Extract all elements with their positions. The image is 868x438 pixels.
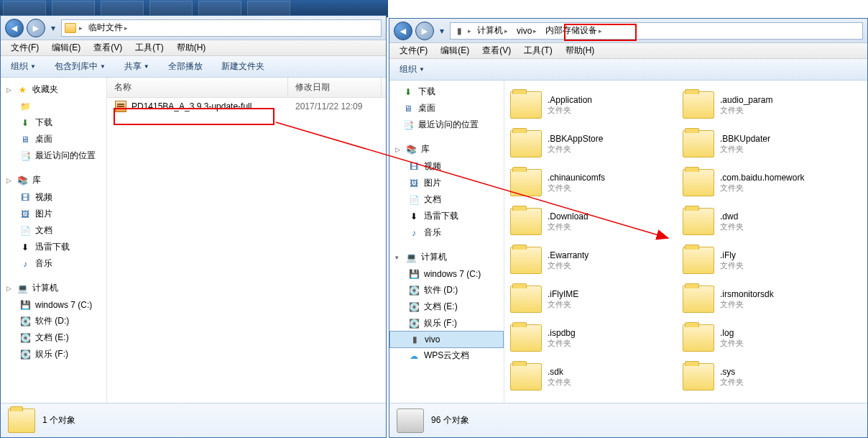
menu-view[interactable]: 查看(V) <box>88 40 128 55</box>
sidebar-item-xunlei[interactable]: ⬇迅雷下载 <box>389 208 504 224</box>
archive-icon <box>114 100 127 113</box>
sidebar-item-xunlei[interactable]: ⬇迅雷下载 <box>1 239 106 255</box>
sidebar-libraries[interactable]: ▷📚库 <box>1 171 106 189</box>
sidebar-item-pictures[interactable]: 🖼图片 <box>389 175 504 191</box>
sidebar-libraries[interactable]: ▷📚库 <box>389 140 504 158</box>
sidebar-item-videos[interactable]: 🎞视频 <box>1 189 106 206</box>
sidebar-computer[interactable]: ▷💻计算机 <box>1 279 106 297</box>
back-button[interactable]: ◄ <box>5 19 24 37</box>
forward-button[interactable]: ► <box>415 22 434 40</box>
sidebar-item-drive-f[interactable]: 💽娱乐 (F:) <box>1 346 106 362</box>
sidebar-item-drive-d[interactable]: 💽软件 (D:) <box>389 282 504 298</box>
sidebar-item-videos[interactable]: 🎞视频 <box>389 158 504 175</box>
folder-item[interactable]: .irsmonitorsdk文件夹 <box>680 280 845 318</box>
folder-type: 文件夹 <box>548 260 588 271</box>
folder-icon <box>683 130 714 158</box>
sidebar-computer[interactable]: ▾💻计算机 <box>389 248 504 266</box>
folder-item[interactable]: .BBKAppStore文件夹 <box>507 125 673 163</box>
status-text: 96 个对象 <box>431 414 469 426</box>
file-list: 名称 修改日期 PD1415BA_A_3.9.3-update-full 201… <box>107 78 386 403</box>
navbar: ◄ ► ▾ ▮ ▸ 计算机 ▸ vivo ▸ 内部存储设备 ▸ <box>389 19 867 43</box>
folder-type: 文件夹 <box>548 144 603 155</box>
folder-item[interactable]: .log文件夹 <box>680 319 845 357</box>
menu-help[interactable]: 帮助(H) <box>171 40 212 55</box>
folder-item[interactable]: .chinaunicomfs文件夹 <box>507 164 673 201</box>
folder-item[interactable]: .Download文件夹 <box>507 203 673 240</box>
sidebar-item-drive-e[interactable]: 💽文档 (E:) <box>389 298 504 315</box>
toolbar-newfolder[interactable]: 新建文件夹 <box>217 58 269 75</box>
sidebar-item-drive-e[interactable]: 💽文档 (E:) <box>1 329 106 346</box>
folder-name: .iFly <box>720 250 744 260</box>
menu-file[interactable]: 文件(F) <box>5 40 45 55</box>
forward-button[interactable]: ► <box>27 19 45 37</box>
folder-item[interactable]: .ispdbg文件夹 <box>507 319 673 357</box>
folder-grid: .Application文件夹.audio_param文件夹.BBKAppSto… <box>504 81 867 403</box>
folder-item[interactable]: .sdk文件夹 <box>507 358 673 396</box>
folder-type: 文件夹 <box>548 105 592 116</box>
sidebar-item-documents[interactable]: 📄文档 <box>1 222 106 239</box>
folder-item[interactable]: .Ewarranty文件夹 <box>507 242 673 279</box>
sidebar-item-recent[interactable]: 📑最近访问的位置 <box>1 147 106 164</box>
toolbar-playall[interactable]: 全部播放 <box>164 58 207 75</box>
menu-file[interactable]: 文件(F) <box>394 43 433 58</box>
folder-icon <box>510 286 542 313</box>
column-name[interactable]: 名称 <box>107 78 288 97</box>
sidebar-item-music[interactable]: ♪音乐 <box>1 255 106 272</box>
sidebar-item-drive-c[interactable]: 💾windows 7 (C:) <box>389 266 504 282</box>
toolbar-organize[interactable]: 组织 ▼ <box>395 61 429 78</box>
folder-item[interactable]: .audio_param文件夹 <box>680 86 845 124</box>
chevron-icon[interactable]: ▸ <box>468 27 471 35</box>
chevron-icon[interactable]: ▸ <box>79 24 83 32</box>
history-dropdown[interactable]: ▾ <box>437 24 447 38</box>
sidebar-item-desktop[interactable]: 🖥桌面 <box>1 131 106 147</box>
folder-name: .Download <box>548 211 588 222</box>
sidebar-item-music[interactable]: ♪音乐 <box>389 224 504 241</box>
menu-edit[interactable]: 编辑(E) <box>46 40 86 55</box>
menu-help[interactable]: 帮助(H) <box>560 43 601 58</box>
sidebar-item-downloads[interactable]: ⬇下载 <box>389 83 504 100</box>
breadcrumb-computer[interactable]: 计算机 ▸ <box>474 23 511 38</box>
breadcrumb-storage[interactable]: 内部存储设备 ▸ <box>542 23 605 38</box>
file-row[interactable]: PD1415BA_A_3.9.3-update-full 2017/11/22 … <box>107 98 386 115</box>
folder-item[interactable]: .sys文件夹 <box>680 358 845 396</box>
folder-icon <box>510 91 542 119</box>
folder-name: .com.baidu.homework <box>720 173 804 183</box>
menu-tools[interactable]: 工具(T) <box>518 43 558 58</box>
toolbar-organize[interactable]: 组织 ▼ <box>6 58 40 75</box>
folder-item[interactable]: .iFly文件夹 <box>680 242 845 279</box>
folder-type: 文件夹 <box>720 299 774 310</box>
folder-type: 文件夹 <box>720 183 804 193</box>
breadcrumb-vivo[interactable]: vivo ▸ <box>514 24 540 37</box>
toolbar-include[interactable]: 包含到库中 ▼ <box>50 58 110 75</box>
folder-item[interactable]: .com.baidu.homework文件夹 <box>680 164 845 201</box>
column-modified[interactable]: 修改日期 <box>288 78 382 97</box>
sidebar-item[interactable]: 📁 <box>1 99 106 114</box>
menu-tools[interactable]: 工具(T) <box>129 40 169 55</box>
folder-item[interactable]: .dwd文件夹 <box>680 203 845 240</box>
sidebar-item-wps[interactable]: ☁WPS云文档 <box>389 347 504 364</box>
folder-icon <box>510 208 542 235</box>
sidebar-item-pictures[interactable]: 🖼图片 <box>1 206 106 222</box>
sidebar-item-drive-c[interactable]: 💾windows 7 (C:) <box>1 297 106 313</box>
sidebar-item-drive-d[interactable]: 💽软件 (D:) <box>1 313 106 329</box>
sidebar-item-drive-f[interactable]: 💽娱乐 (F:) <box>389 315 504 332</box>
address-bar[interactable]: ▸ 临时文件 ▸ <box>61 19 382 37</box>
file-name: PD1415BA_A_3.9.3-update-full <box>131 101 295 111</box>
toolbar-share[interactable]: 共享 ▼ <box>120 58 154 75</box>
folder-item[interactable]: .Application文件夹 <box>507 86 673 124</box>
folder-item[interactable]: .iFlyIME文件夹 <box>507 280 673 318</box>
sidebar-item-vivo[interactable]: ▮vivo <box>389 331 504 348</box>
history-dropdown[interactable]: ▾ <box>48 21 58 35</box>
sidebar-item-documents[interactable]: 📄文档 <box>389 191 504 208</box>
menu-edit[interactable]: 编辑(E) <box>435 43 475 58</box>
folder-item[interactable]: .BBKUpdater文件夹 <box>680 125 845 163</box>
breadcrumb-segment[interactable]: 临时文件 ▸ <box>86 20 131 35</box>
folder-name: .sdk <box>548 367 571 377</box>
menu-view[interactable]: 查看(V) <box>476 43 517 58</box>
sidebar-item-desktop[interactable]: 🖥桌面 <box>389 100 504 117</box>
sidebar-item-downloads[interactable]: ⬇下载 <box>1 114 106 131</box>
back-button[interactable]: ◄ <box>394 22 412 40</box>
address-bar[interactable]: ▮ ▸ 计算机 ▸ vivo ▸ 内部存储设备 ▸ <box>450 22 863 40</box>
sidebar-item-recent[interactable]: 📑最近访问的位置 <box>389 117 504 133</box>
sidebar-favorites[interactable]: ▷★收藏夹 <box>1 81 106 99</box>
